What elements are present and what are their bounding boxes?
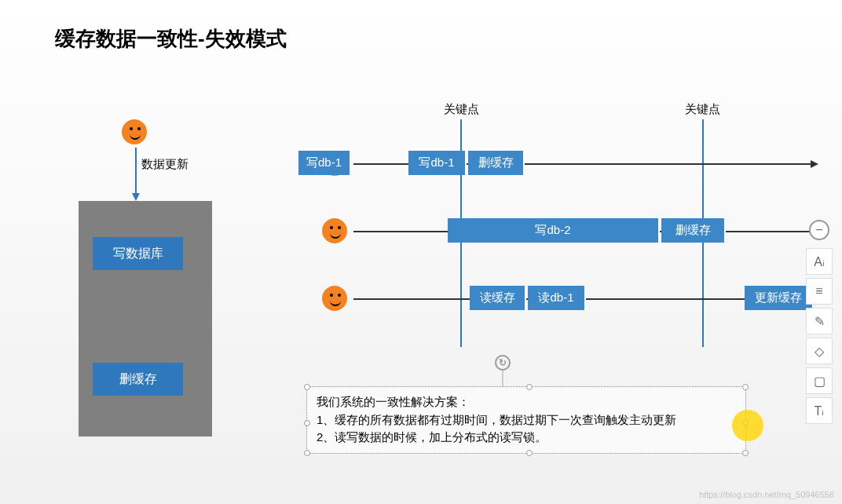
left-flow-box: 写数据库 删缓存 [79,201,212,436]
side-toolbar: − Aᵢ ≡ ✎ ◇ ▢ Tᵢ [806,220,833,424]
user-icon-row3 [322,286,347,311]
timeline-box-r2-b0: 读缓存 [470,286,526,310]
solution-line-2: 2、读写数据的时候，加上分布式的读写锁。 [317,429,736,447]
user-icon-row2 [322,218,347,243]
selection-handle[interactable] [304,420,310,426]
shape-button[interactable]: ◇ [806,338,833,364]
layers-button[interactable]: ≡ [806,278,833,305]
selection-handle[interactable] [304,450,310,456]
selection-handle[interactable] [742,384,749,390]
slide-title: 缓存数据一致性-失效模式 [55,25,287,53]
highlight-circle-icon [732,410,763,441]
solution-line-0: 我们系统的一致性解决方案： [317,393,736,411]
user-icon [122,119,147,144]
timeline-box-r2-b1: 读db-1 [528,286,586,310]
delete-cache-box: 删缓存 [93,363,183,396]
rotate-handle-icon[interactable]: ↻ [495,355,511,371]
selection-handle[interactable] [526,450,533,456]
timeline-box-r0-b1: 删缓存 [468,151,525,175]
solution-line-1: 1、缓存的所有数据都有过期时间，数据过期下一次查询触发主动更新 [317,411,736,429]
update-label: 数据更新 [141,157,189,172]
selection-handle[interactable] [304,384,310,390]
pen-button[interactable]: ✎ [806,308,833,334]
watermark-text: https://blog.csdn.net/mq_50946558 [699,490,834,499]
row1-box1: 写db-1 [298,151,351,175]
rotate-handle-line [502,371,503,386]
solution-textbox[interactable]: 我们系统的一致性解决方案： 1、缓存的所有数据都有过期时间，数据过期下一次查询触… [306,386,746,454]
timeline-box-r1-b0: 写db-2 [448,218,660,243]
key-point-label-2: 关键点 [685,102,720,117]
text-style-button[interactable]: Aᵢ [806,248,833,275]
timeline-box-r1-b1: 删缓存 [661,218,726,243]
timeline-box-r0-b0: 写db-1 [408,151,467,175]
selection-handle[interactable] [526,384,533,390]
minus-button[interactable]: − [809,220,829,240]
key-point-label-1: 关键点 [444,102,479,117]
text-button[interactable]: Tᵢ [806,397,833,424]
timeline-box-r2-b2: 更新缓存 [745,286,814,310]
write-db-box: 写数据库 [93,237,183,270]
crop-button[interactable]: ▢ [806,367,833,394]
selection-handle[interactable] [742,450,749,456]
down-arrow-icon [135,148,137,199]
